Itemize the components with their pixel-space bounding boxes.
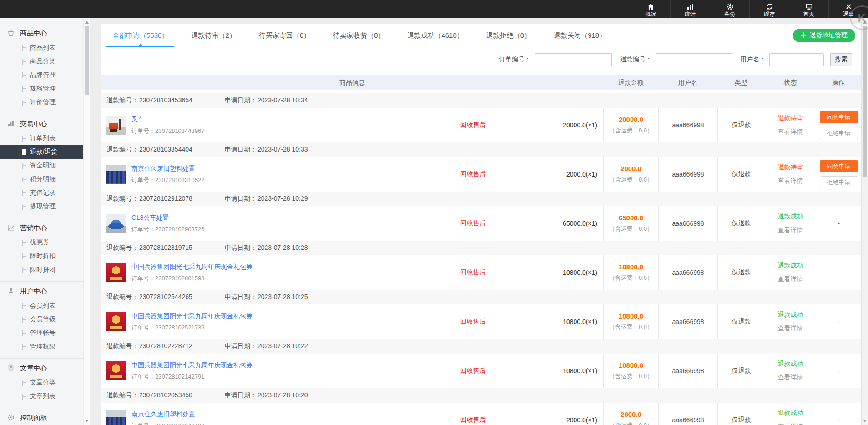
sidebar-item-order-list[interactable]: 订单列表: [0, 132, 83, 145]
branch-tick-icon: [22, 149, 26, 155]
sidebar-group-marketing-header[interactable]: 营销中心: [0, 220, 83, 236]
view-detail-link[interactable]: 查看详情: [778, 128, 803, 136]
sidebar-item-points-detail[interactable]: 积分明细: [0, 172, 83, 186]
view-detail-link[interactable]: 查看详情: [778, 226, 803, 234]
sidebar-item-spec-manage[interactable]: 规格管理: [0, 82, 83, 96]
product-name-link[interactable]: 南京住久废旧塑料处置: [131, 165, 204, 173]
refund-entry: 退款编号：230728102912078 申请日期：2023-07-28 10:…: [101, 192, 861, 241]
sidebar-group-user-header[interactable]: 用户中心: [0, 283, 83, 299]
refund-type-cell: 仅退款: [717, 403, 765, 425]
sidebar-group-article-header[interactable]: 文章中心: [0, 360, 83, 376]
sidebar-item-article-list[interactable]: 文章列表: [0, 390, 83, 403]
refund-type-cell: 仅退款: [717, 206, 765, 241]
view-detail-link[interactable]: 查看详情: [778, 324, 803, 333]
topbar-stats-button[interactable]: 统计: [670, 0, 710, 18]
sidebar-group-label: 商品中心: [20, 29, 47, 38]
branch-tick-icon: [22, 330, 26, 336]
sidebar-item-member-list[interactable]: 会员列表: [0, 299, 83, 313]
sidebar-item-review-manage[interactable]: 评价管理: [0, 96, 83, 109]
page-scrollbar-thumb[interactable]: [863, 26, 867, 177]
scroll-down-arrow-icon[interactable]: [85, 420, 89, 422]
price-quantity-text: 65000.0(×1): [563, 220, 597, 227]
product-name-link[interactable]: GL8公车处置: [131, 214, 204, 222]
tab-all-applications[interactable]: 全部申请（5530）: [101, 24, 180, 47]
tab-refund-success[interactable]: 退款成功（4610）: [396, 24, 474, 47]
price-quantity-text: 10800.0(×1): [563, 269, 597, 276]
product-name-link[interactable]: 中国兵器集团阳光七采九周年庆现金礼包券: [131, 361, 252, 369]
approve-request-button[interactable]: 同意申请: [820, 160, 858, 172]
tab-wait-seller-receive[interactable]: 待卖家收货（0）: [322, 24, 396, 47]
status-text: 退款待审: [778, 114, 803, 122]
sidebar-item-recharge-record[interactable]: 充值记录: [0, 186, 83, 200]
operation-cell: -: [816, 304, 861, 339]
product-image: [106, 312, 126, 331]
aftersale-type-label: 回收售后: [460, 268, 486, 277]
sidebar-item-admin-permission[interactable]: 管理权限: [0, 340, 83, 354]
sidebar-item-group-buy[interactable]: 限时拼团: [0, 263, 83, 277]
view-detail-link[interactable]: 查看详情: [778, 374, 803, 382]
sidebar-group-control-header[interactable]: 控制面板: [0, 410, 83, 425]
product-name-link[interactable]: 中国兵器集团阳光七采九周年庆现金礼包券: [131, 263, 252, 271]
product-name-link[interactable]: 南京住久废旧塑料处置: [131, 410, 204, 419]
price-quantity-text: 2000.0(×1): [566, 171, 597, 178]
refund-row: 南京住久废旧塑料处置 订单号：230728102043422 回收售后 2000…: [101, 403, 861, 425]
branch-tick-icon: [22, 45, 26, 51]
sidebar-item-brand-manage[interactable]: 品牌管理: [0, 68, 83, 82]
sidebar-item-goods-list[interactable]: 商品列表: [0, 41, 83, 55]
view-detail-link[interactable]: 查看详情: [778, 423, 803, 425]
sidebar-item-goods-category[interactable]: 商品分类: [0, 55, 83, 68]
sidebar-group-trade-header[interactable]: 交易中心: [0, 116, 83, 132]
tab-refund-closed[interactable]: 退款关闭（918）: [542, 24, 617, 47]
refund-no-value: 230728102819715: [139, 244, 192, 252]
sidebar-item-withdraw-manage[interactable]: 提现管理: [0, 200, 83, 213]
username-input[interactable]: [769, 53, 824, 66]
refund-entry: 退款编号：230728102544265 申请日期：2023-07-28 10:…: [101, 290, 861, 339]
sidebar-item-admin-account[interactable]: 管理帐号: [0, 326, 83, 340]
header-refund-amount: 退款金额: [603, 79, 658, 87]
refund-no-label: 退款编号：: [106, 195, 138, 203]
product-name-link[interactable]: 中国兵器集团阳光七采九周年庆现金礼包券: [131, 312, 252, 320]
tab-refund-pending[interactable]: 退款待审（2）: [180, 24, 247, 47]
refund-entry: 退款编号：230728102053450 申请日期：2023-07-28 10:…: [101, 388, 861, 425]
view-detail-link[interactable]: 查看详情: [778, 177, 803, 185]
topbar-stats-label: 统计: [685, 11, 696, 17]
page-scrollbar[interactable]: [861, 18, 868, 425]
order-no-input[interactable]: [535, 53, 612, 66]
sidebar-group-goods-header[interactable]: 商品中心: [0, 25, 83, 41]
topbar-overview-button[interactable]: 概况: [631, 0, 670, 18]
approve-request-button[interactable]: 同意申请: [820, 111, 858, 123]
refund-no-value: 230728102912078: [139, 195, 192, 203]
sidebar-item-refund-return[interactable]: 退款/退货: [0, 145, 83, 159]
refund-entry: 退款编号：230728103354404 申请日期：2023-07-28 10:…: [101, 142, 861, 192]
topbar-cache-button[interactable]: 缓存: [749, 0, 789, 18]
view-detail-link[interactable]: 查看详情: [778, 275, 803, 283]
sidebar-scrollbar[interactable]: [83, 18, 90, 425]
scroll-down-arrow-icon[interactable]: [863, 420, 867, 422]
reject-request-button[interactable]: 拒绝申请: [820, 176, 858, 188]
product-name-link[interactable]: 叉车: [131, 116, 204, 124]
sidebar-item-article-category[interactable]: 文章分类: [0, 376, 83, 390]
branch-tick-icon: [22, 72, 26, 78]
topbar-backup-button[interactable]: 备份: [710, 0, 749, 18]
refund-no-input[interactable]: [656, 53, 732, 66]
search-button[interactable]: 搜索: [830, 53, 852, 66]
tab-refund-rejected[interactable]: 退款拒绝（0）: [475, 24, 542, 47]
reject-request-button[interactable]: 拒绝申请: [820, 127, 858, 139]
sidebar-item-coupon[interactable]: 优惠券: [0, 236, 83, 249]
header-operation: 操作: [816, 79, 861, 87]
refund-type-cell: 仅退款: [717, 108, 765, 142]
username-cell: aaa666998: [658, 108, 717, 142]
sidebar-item-flash-discount[interactable]: 限时折扣: [0, 249, 83, 263]
refund-no-label: 退款编号：: [106, 293, 138, 301]
topbar-homepage-button[interactable]: 首页: [789, 0, 828, 18]
refund-no-label: 退款编号：: [106, 342, 138, 350]
sidebar-scrollbar-thumb[interactable]: [85, 26, 89, 95]
tab-wait-buyer-return[interactable]: 待买家寄回（0）: [247, 24, 322, 47]
return-address-manage-button[interactable]: 退货地址管理: [793, 29, 855, 42]
sidebar-item-member-level[interactable]: 会员等级: [0, 313, 83, 326]
refund-no-label: 退款编号：: [106, 146, 138, 154]
sidebar-item-fund-detail[interactable]: 资金明细: [0, 159, 83, 172]
aftersale-type-label: 回收售后: [460, 416, 486, 424]
scroll-up-arrow-icon[interactable]: [85, 21, 89, 24]
username-label: 用户名：: [740, 56, 766, 64]
